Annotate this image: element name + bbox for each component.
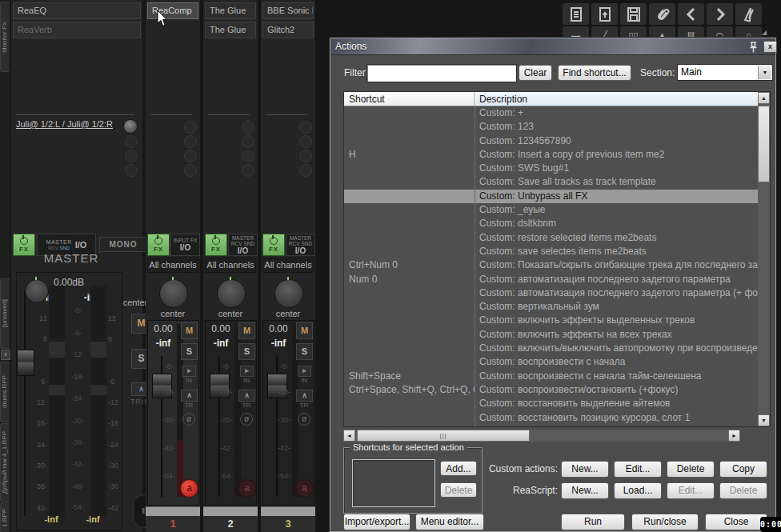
action-row[interactable]: Num 0Custom: автоматизация последнего за…	[344, 273, 758, 286]
action-row[interactable]: Custom: восстановить последнее действие	[344, 425, 758, 426]
fx-item[interactable]: The Glue	[205, 2, 256, 19]
open-document-icon[interactable]	[591, 3, 618, 25]
fx-wet-knob[interactable]	[242, 164, 254, 177]
fx-wet-knob[interactable]	[125, 150, 138, 162]
action-row[interactable]: Custom: восстановить выделение айтемов	[344, 397, 758, 410]
fx-wet-knob[interactable]	[184, 164, 197, 177]
clear-button[interactable]: Clear	[519, 65, 552, 81]
channel-mode-button[interactable]: All channels	[205, 258, 256, 273]
fx-enable-button[interactable]: FX	[262, 234, 285, 256]
mute-button[interactable]: M	[296, 322, 313, 339]
edit-ca-button[interactable]: Edit...	[614, 461, 662, 478]
column-header-shortcut[interactable]: Shortcut	[344, 92, 475, 106]
edit-rs-button[interactable]: Edit...	[667, 482, 715, 499]
solo-button[interactable]: S	[181, 343, 198, 360]
action-row[interactable]: Custom: вертикальный зум	[344, 300, 758, 314]
hscroll-thumb[interactable]: |||	[357, 430, 530, 442]
mute-button[interactable]: M	[181, 322, 198, 339]
scroll-up-icon[interactable]: ▲	[758, 92, 770, 104]
record-arm-button[interactable]: a	[295, 479, 314, 498]
master-fader[interactable]	[17, 350, 34, 376]
fx-item[interactable]: ReaEQ	[13, 2, 141, 19]
channel-mode-button[interactable]: All channels	[147, 258, 198, 273]
scroll-down-icon[interactable]: ▼	[758, 414, 770, 426]
action-row[interactable]: Custom: включить эффекты выделенных трек…	[344, 314, 758, 327]
pan-knob[interactable]	[159, 279, 188, 308]
action-row[interactable]: Custom: save selectes items me2beats	[344, 245, 758, 258]
fx-wet-knob[interactable]	[123, 119, 138, 134]
pan-knob[interactable]	[217, 279, 246, 308]
action-row[interactable]: Custom: SWS bug#1	[344, 162, 758, 175]
column-header-description[interactable]: Description	[475, 92, 770, 106]
close-button[interactable]: Close	[705, 514, 767, 530]
find-shortcut-button[interactable]: Find shortcut...	[558, 65, 631, 81]
section-select[interactable]: Main ▼	[677, 64, 773, 81]
delete-rs-button[interactable]: Delete	[719, 482, 767, 499]
fx-item[interactable]: Glitch2	[262, 22, 314, 38]
solo-button[interactable]: S	[296, 343, 313, 360]
chevron-right-icon[interactable]	[707, 3, 733, 25]
action-row[interactable]: Shift+SpaceCustom: воспроизвести с начал…	[344, 370, 758, 383]
action-row[interactable]: Custom: воспроизвести с начала	[344, 355, 758, 369]
fx-item[interactable]: The Glue	[205, 22, 256, 38]
track-name-field[interactable]	[146, 506, 200, 516]
fx-wet-knob[interactable]	[299, 164, 312, 177]
fx-wet-knob[interactable]	[125, 164, 138, 177]
fx-wet-knob[interactable]	[299, 150, 312, 162]
fx-wet-knob[interactable]	[299, 135, 312, 148]
fx-wet-knob[interactable]	[125, 135, 138, 148]
phase-button[interactable]: ø	[240, 413, 253, 426]
master-mono-button[interactable]: MONO	[99, 237, 147, 252]
action-row[interactable]: Custom: 123	[344, 120, 758, 134]
close-icon[interactable]: x	[763, 41, 777, 53]
action-row[interactable]: Custom: +	[344, 106, 758, 120]
menu-editor-button[interactable]: Menu editor...	[415, 514, 484, 530]
phase-button[interactable]: ø	[182, 413, 195, 426]
new-document-icon[interactable]	[563, 3, 589, 25]
dialog-titlebar[interactable]: Actions x	[330, 38, 775, 55]
monitor-play-icon[interactable]: ▸	[240, 366, 254, 377]
filter-input[interactable]	[366, 64, 517, 82]
chevron-down-icon[interactable]: ▼	[758, 66, 771, 79]
import-export-button[interactable]: Import/export...	[343, 514, 411, 530]
link-icon[interactable]	[649, 3, 675, 25]
trim-button[interactable]: ∧	[238, 390, 255, 402]
delete-ca-button[interactable]: Delete	[667, 461, 715, 478]
action-row[interactable]: Custom: автоматизация последнего задетог…	[344, 286, 758, 300]
fx-wet-knob[interactable]	[242, 150, 254, 162]
fx-enable-button[interactable]: FX	[205, 234, 227, 256]
copy-ca-button[interactable]: Copy	[719, 461, 767, 478]
piano-keys-icon[interactable]: ‖‖	[678, 26, 704, 38]
scroll-left-icon[interactable]: ◄	[343, 430, 355, 442]
load-rs-button[interactable]: Load...	[614, 482, 662, 499]
action-row[interactable]: Custom: 1234567890	[344, 134, 758, 148]
save-icon[interactable]	[620, 3, 647, 25]
docker-tab[interactable]: Добрый пик 4_1.RPP	[0, 423, 10, 502]
fx-wet-knob[interactable]	[184, 135, 197, 148]
action-row[interactable]: Custom: Save all tracks as track templat…	[344, 175, 758, 189]
mute-button[interactable]: M	[238, 322, 255, 339]
volume-readout[interactable]: 0.00	[265, 323, 292, 334]
run-close-button[interactable]: Run/close	[631, 514, 699, 530]
fx-enable-button[interactable]: FX	[147, 234, 170, 256]
fx-item[interactable]: ReaComp	[147, 2, 198, 19]
routing-button[interactable]: MASTER RCV SNDI/O	[228, 234, 258, 256]
record-arm-button[interactable]: a	[180, 479, 198, 498]
fx-item[interactable]: BBE Sonic M	[262, 2, 314, 19]
solid-bar-icon[interactable]: ▬	[563, 26, 589, 38]
solo-button[interactable]: S	[238, 343, 255, 360]
volume-readout[interactable]: 0.00	[150, 323, 177, 334]
new-ca-button[interactable]: New...	[561, 461, 609, 478]
fx-wet-knob[interactable]	[184, 150, 197, 162]
action-row[interactable]: Custom: dsltkbnm	[344, 217, 758, 230]
action-row[interactable]: Custom: _еуые	[344, 203, 758, 217]
volume-readout[interactable]: 0.00	[207, 323, 234, 334]
trim-button[interactable]: ∧	[181, 390, 198, 402]
action-row[interactable]: Custom: включить эффекты на всех треках	[344, 328, 758, 342]
routing-button[interactable]: MASTER RCV SNDI/O	[286, 234, 315, 256]
run-button[interactable]: Run	[561, 514, 625, 530]
action-row[interactable]: Ctrl+Num 0Custom: Показать/скрыть огибаю…	[344, 258, 758, 272]
fx-wet-knob[interactable]	[242, 121, 254, 134]
track-name-field[interactable]	[203, 506, 258, 516]
vertical-scrollbar[interactable]: ▲ ▼	[758, 92, 770, 426]
